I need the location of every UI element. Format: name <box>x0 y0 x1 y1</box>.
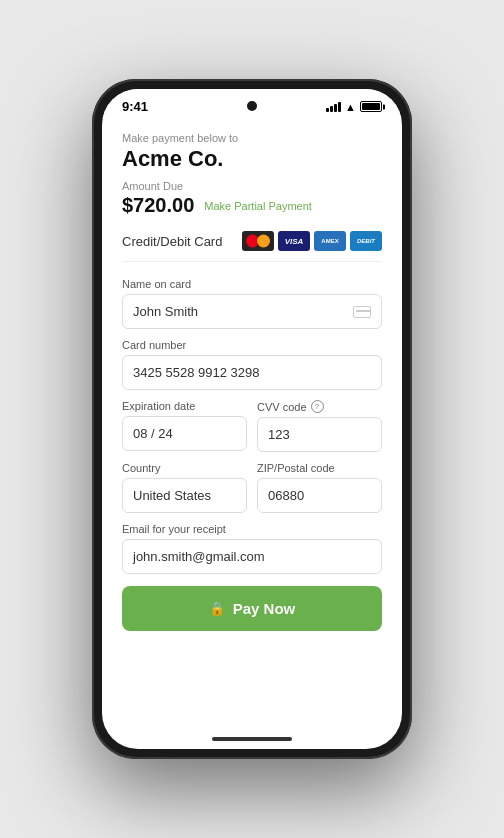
zip-label: ZIP/Postal code <box>257 462 382 474</box>
expiration-input[interactable]: 08 / 24 <box>122 416 247 451</box>
merchant-name: Acme Co. <box>122 146 382 172</box>
amount-label: Amount Due <box>122 180 382 192</box>
phone-screen: 9:41 ▲ Make payment below to Acme Co. Am… <box>102 89 402 749</box>
signal-icon <box>326 102 341 112</box>
email-value: john.smith@gmail.com <box>133 549 265 564</box>
partial-payment-link[interactable]: Make Partial Payment <box>204 200 312 212</box>
mastercard-logo <box>242 231 274 251</box>
visa-logo: VISA <box>278 231 310 251</box>
card-number-field-group: Card number 3425 5528 9912 3298 <box>122 339 382 390</box>
email-input[interactable]: john.smith@gmail.com <box>122 539 382 574</box>
zip-field-group: ZIP/Postal code 06880 <box>257 462 382 513</box>
battery-icon <box>360 101 382 112</box>
status-time: 9:41 <box>122 99 148 114</box>
country-label: Country <box>122 462 247 474</box>
name-label: Name on card <box>122 278 382 290</box>
debit-logo: DEBIT <box>350 231 382 251</box>
cvv-label: CVV code <box>257 401 307 413</box>
card-logos: VISA AMEX DEBIT <box>242 231 382 251</box>
payment-subtitle: Make payment below to <box>122 132 382 144</box>
exp-cvv-row: Expiration date 08 / 24 CVV code ? 123 <box>122 400 382 462</box>
phone-wrapper: 9:41 ▲ Make payment below to Acme Co. Am… <box>0 0 504 838</box>
status-icons: ▲ <box>326 101 382 113</box>
pay-now-button[interactable]: 🔒 Pay Now <box>122 586 382 631</box>
card-number-input[interactable]: 3425 5528 9912 3298 <box>122 355 382 390</box>
cvv-input[interactable]: 123 <box>257 417 382 452</box>
lock-icon: 🔒 <box>209 601 225 616</box>
amex-logo: AMEX <box>314 231 346 251</box>
amount-value: $720.00 <box>122 194 194 217</box>
name-value: John Smith <box>133 304 198 319</box>
cvv-value: 123 <box>268 427 290 442</box>
card-type-label: Credit/Debit Card <box>122 234 222 249</box>
card-number-label: Card number <box>122 339 382 351</box>
cvv-label-row: CVV code ? <box>257 400 382 413</box>
pay-button-label: Pay Now <box>233 600 296 617</box>
phone-frame: 9:41 ▲ Make payment below to Acme Co. Am… <box>92 79 412 759</box>
cvv-help-icon[interactable]: ? <box>311 400 324 413</box>
country-input[interactable]: United States <box>122 478 247 513</box>
expiration-label: Expiration date <box>122 400 247 412</box>
cvv-field-group: CVV code ? 123 <box>257 400 382 452</box>
expiration-field-group: Expiration date 08 / 24 <box>122 400 247 452</box>
name-input[interactable]: John Smith <box>122 294 382 329</box>
card-number-value: 3425 5528 9912 3298 <box>133 365 260 380</box>
amount-row: $720.00 Make Partial Payment <box>122 194 382 217</box>
zip-value: 06880 <box>268 488 304 503</box>
country-field-group: Country United States <box>122 462 247 513</box>
name-field-group: Name on card John Smith <box>122 278 382 329</box>
home-indicator <box>212 737 292 741</box>
country-value: United States <box>133 488 211 503</box>
payment-content: Make payment below to Acme Co. Amount Du… <box>102 118 402 744</box>
country-zip-row: Country United States ZIP/Postal code 06… <box>122 462 382 523</box>
card-scan-icon <box>353 306 371 318</box>
email-label: Email for your receipt <box>122 523 382 535</box>
camera-dot <box>247 101 257 111</box>
card-type-row: Credit/Debit Card VISA AMEX DEBIT <box>122 231 382 262</box>
expiration-value: 08 / 24 <box>133 426 173 441</box>
email-field-group: Email for your receipt john.smith@gmail.… <box>122 523 382 574</box>
wifi-icon: ▲ <box>345 101 356 113</box>
zip-input[interactable]: 06880 <box>257 478 382 513</box>
